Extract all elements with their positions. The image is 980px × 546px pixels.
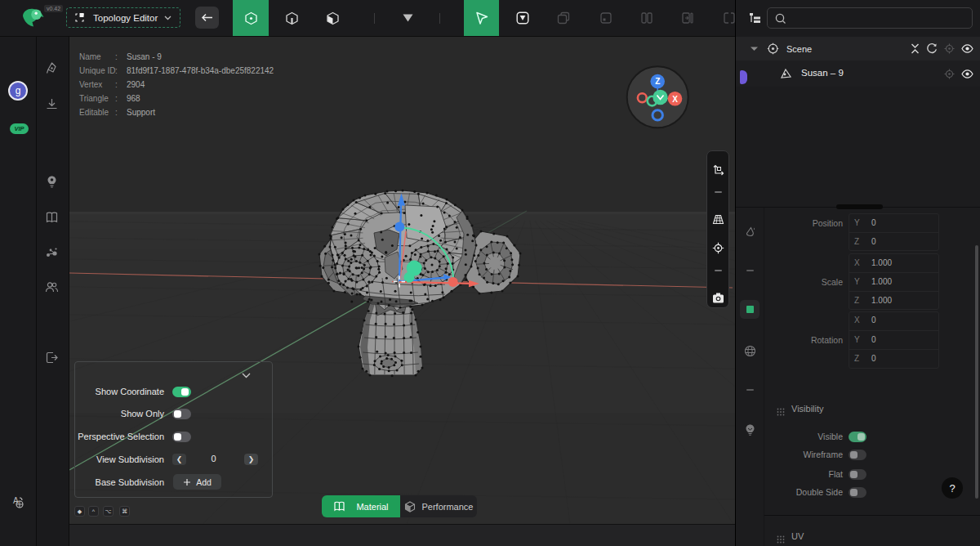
svg-text:X: X <box>672 95 678 104</box>
svg-text:Z: Z <box>655 77 660 86</box>
